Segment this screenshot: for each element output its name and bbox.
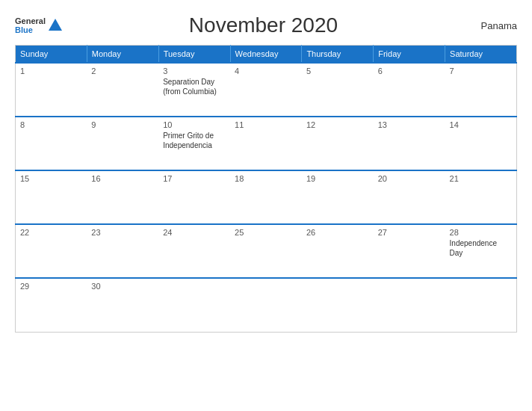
calendar-cell [445, 278, 517, 332]
calendar-cell: 28Independence Day [445, 224, 517, 278]
calendar-cell [230, 278, 302, 332]
calendar-cell: 2 [87, 63, 158, 117]
day-number: 28 [450, 228, 512, 237]
calendar-cell [158, 278, 230, 332]
calendar-cell: 22 [16, 224, 87, 278]
day-number: 17 [163, 174, 226, 183]
calendar-table: Sunday Monday Tuesday Wednesday Thursday… [15, 45, 517, 333]
day-number: 14 [450, 120, 512, 129]
day-number: 19 [306, 174, 369, 183]
header-sunday: Sunday [16, 46, 87, 64]
day-number: 22 [20, 228, 82, 237]
country-label: Panama [465, 20, 517, 31]
calendar-cell: 25 [230, 224, 302, 278]
day-number: 1 [20, 67, 82, 75]
header-thursday: Thursday [302, 46, 374, 64]
calendar-cell: 16 [87, 170, 158, 224]
calendar-week-row: 123Separation Day (from Columbia)4567 [16, 63, 517, 117]
day-number: 13 [378, 120, 441, 129]
day-number: 18 [235, 174, 297, 183]
calendar-cell: 19 [302, 170, 374, 224]
day-number: 25 [235, 228, 297, 237]
calendar-cell: 6 [374, 63, 445, 117]
calendar-title: November 2020 [62, 13, 465, 37]
day-number: 5 [306, 67, 369, 75]
header-saturday: Saturday [445, 46, 517, 64]
calendar-cell: 4 [230, 63, 302, 117]
day-number: 24 [163, 228, 226, 237]
event-label: Independence Day [450, 239, 497, 257]
day-number: 11 [235, 120, 297, 129]
day-number: 3 [163, 67, 226, 75]
day-number: 10 [163, 120, 226, 129]
day-number: 20 [378, 174, 441, 183]
calendar-cell: 27 [374, 224, 445, 278]
calendar-cell: 21 [445, 170, 517, 224]
calendar-cell [302, 278, 374, 332]
calendar-cell: 3Separation Day (from Columbia) [158, 63, 230, 117]
header-friday: Friday [374, 46, 445, 64]
calendar-cell: 23 [87, 224, 158, 278]
header-wednesday: Wednesday [230, 46, 302, 64]
day-number: 8 [20, 120, 82, 129]
logo: General Blue [15, 16, 62, 34]
calendar-cell: 5 [302, 63, 374, 117]
calendar-cell: 15 [16, 170, 87, 224]
day-number: 4 [235, 67, 297, 75]
calendar-week-row: 15161718192021 [16, 170, 517, 224]
calendar-cell: 17 [158, 170, 230, 224]
day-number: 7 [450, 67, 512, 75]
day-number: 2 [91, 67, 154, 75]
logo-triangle-icon [49, 19, 62, 31]
header: General Blue November 2020 Panama [15, 13, 517, 37]
calendar-cell: 7 [445, 63, 517, 117]
calendar-cell: 24 [158, 224, 230, 278]
logo-blue: Blue [15, 25, 46, 34]
day-number: 6 [378, 67, 441, 75]
header-tuesday: Tuesday [158, 46, 230, 64]
weekday-header-row: Sunday Monday Tuesday Wednesday Thursday… [16, 46, 517, 64]
day-number: 23 [91, 228, 154, 237]
calendar-cell: 18 [230, 170, 302, 224]
day-number: 27 [378, 228, 441, 237]
calendar-cell [374, 278, 445, 332]
calendar-cell: 10Primer Grito de Independencia [158, 117, 230, 170]
day-number: 29 [20, 282, 82, 291]
calendar-cell: 20 [374, 170, 445, 224]
day-number: 12 [306, 120, 369, 129]
header-monday: Monday [87, 46, 158, 64]
calendar-week-row: 2930 [16, 278, 517, 332]
logo-text: General Blue [15, 16, 46, 34]
logo-general: General [15, 16, 46, 25]
day-number: 9 [91, 120, 154, 129]
calendar-cell: 12 [302, 117, 374, 170]
page: General Blue November 2020 Panama Sunday… [0, 0, 532, 411]
calendar-cell: 1 [16, 63, 87, 117]
calendar-cell: 13 [374, 117, 445, 170]
calendar-week-row: 22232425262728Independence Day [16, 224, 517, 278]
calendar-cell: 26 [302, 224, 374, 278]
day-number: 21 [450, 174, 512, 183]
calendar-cell: 14 [445, 117, 517, 170]
day-number: 26 [306, 228, 369, 237]
event-label: Separation Day (from Columbia) [163, 78, 217, 96]
calendar-cell: 8 [16, 117, 87, 170]
event-label: Primer Grito de Independencia [163, 132, 214, 149]
day-number: 16 [91, 174, 154, 183]
calendar-week-row: 8910Primer Grito de Independencia1112131… [16, 117, 517, 170]
day-number: 15 [20, 174, 82, 183]
calendar-cell: 30 [87, 278, 158, 332]
day-number: 30 [91, 282, 154, 291]
calendar-cell: 9 [87, 117, 158, 170]
calendar-cell: 29 [16, 278, 87, 332]
calendar-cell: 11 [230, 117, 302, 170]
